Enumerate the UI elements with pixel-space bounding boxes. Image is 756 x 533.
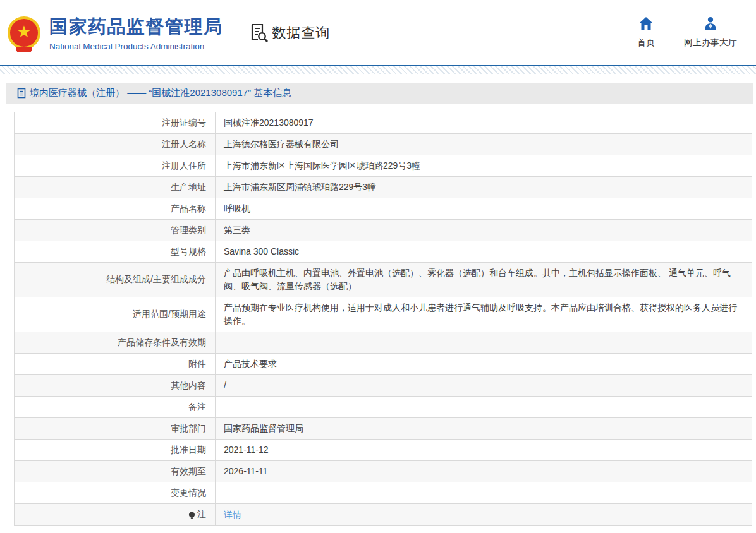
table-row: 注详情 [15, 504, 752, 525]
table-row: 附件产品技术要求 [15, 354, 752, 375]
table-row: 注册证编号国械注准20213080917 [15, 112, 752, 134]
row-label: 适用范围/预期用途 [15, 297, 216, 332]
row-value: 2021-11-12 [216, 440, 752, 460]
table-row: 型号规格Savina 300 Classic [15, 241, 752, 263]
row-label: 注册证编号 [15, 112, 216, 133]
star-icon: ★ [16, 23, 31, 40]
table-row: 产品名称呼吸机 [15, 198, 752, 220]
row-value: 呼吸机 [216, 198, 752, 219]
row-label: 注 [15, 504, 216, 525]
detail-link[interactable]: 详情 [224, 508, 241, 522]
table-row: 有效期至2026-11-11 [15, 461, 752, 482]
table-row: 产品储存条件及有效期 [15, 332, 752, 354]
table-row: 管理类别第三类 [15, 220, 752, 241]
row-value: 产品由呼吸机主机、内置电池、外置电池（选配）、雾化器（选配）和台车组成。其中，主… [216, 263, 752, 297]
table-row: 审批部门国家药品监督管理局 [15, 418, 752, 440]
row-label: 生产地址 [15, 177, 216, 198]
table-row: 批准日期2021-11-12 [15, 440, 752, 461]
table-row: 生产地址上海市浦东新区周浦镇琥珀路229号3幢 [15, 177, 752, 198]
nav-home[interactable]: 首页 [637, 16, 655, 49]
brand-title-en: National Medical Products Administration [49, 42, 223, 51]
row-label: 备注 [15, 397, 216, 417]
row-value [216, 332, 752, 353]
brand-title-cn: 国家药品监督管理局 [49, 15, 223, 40]
row-value: 2026-11-11 [216, 461, 752, 482]
registration-info-table: 注册证编号国械注准20213080917注册人名称上海德尔格医疗器械有限公司注册… [14, 112, 752, 526]
row-label: 审批部门 [15, 418, 216, 439]
row-value: 第三类 [216, 220, 752, 241]
row-value: 产品预期在专业医疗机构使用，适用于对成人和小儿患者进行通气辅助及呼吸支持。本产品… [216, 297, 752, 332]
row-label: 产品名称 [15, 198, 216, 219]
user-icon [704, 16, 717, 33]
row-label: 管理类别 [15, 220, 216, 241]
row-label: 注册人名称 [15, 134, 216, 155]
row-value: 国家药品监督管理局 [216, 418, 752, 439]
row-value: 上海市浦东新区上海国际医学园区琥珀路229号3幢 [216, 155, 752, 176]
nav-online-service-hall[interactable]: 网上办事大厅 [684, 16, 737, 49]
row-value: 上海德尔格医疗器械有限公司 [216, 134, 752, 155]
row-label: 有效期至 [15, 461, 216, 482]
row-value [216, 482, 752, 503]
row-value: 国械注准20213080917 [216, 112, 752, 133]
table-row: 备注 [15, 397, 752, 418]
page-title: 境内医疗器械（注册） —— “国械注准20213080917” 基本信息 [30, 87, 291, 99]
row-value [216, 397, 752, 417]
table-row: 变更情况 [15, 482, 752, 504]
row-value: 产品技术要求 [216, 354, 752, 374]
table-row: 注册人住所上海市浦东新区上海国际医学园区琥珀路229号3幢 [15, 155, 752, 177]
data-query-section[interactable]: 数据查询 [250, 23, 331, 43]
row-label: 产品储存条件及有效期 [15, 332, 216, 353]
nav-service-hall-label: 网上办事大厅 [684, 37, 737, 49]
table-row: 其他内容/ [15, 375, 752, 397]
document-search-icon [250, 23, 269, 43]
row-label: 批准日期 [15, 440, 216, 460]
row-value: 上海市浦东新区周浦镇琥珀路229号3幢 [216, 177, 752, 198]
national-emblem-icon: ★ [8, 16, 40, 49]
row-label: 注册人住所 [15, 155, 216, 176]
site-header: ★ 国家药品监督管理局 National Medical Products Ad… [0, 0, 756, 65]
row-label: 变更情况 [15, 482, 216, 503]
brand-logo[interactable]: ★ 国家药品监督管理局 National Medical Products Ad… [8, 15, 223, 51]
row-label: 其他内容 [15, 375, 216, 396]
row-value: / [216, 375, 752, 396]
page-title-bar: 境内医疗器械（注册） —— “国械注准20213080917” 基本信息 [6, 83, 753, 104]
document-icon [17, 88, 27, 99]
row-label: 结构及组成/主要组成成分 [15, 263, 216, 297]
header-nav: 首页 网上办事大厅 [637, 16, 737, 49]
section-label: 数据查询 [272, 23, 331, 42]
row-label: 附件 [15, 354, 216, 374]
table-row: 适用范围/预期用途产品预期在专业医疗机构使用，适用于对成人和小儿患者进行通气辅助… [15, 297, 752, 332]
brand-text: 国家药品监督管理局 National Medical Products Admi… [49, 15, 223, 51]
table-row: 注册人名称上海德尔格医疗器械有限公司 [15, 134, 752, 155]
home-icon [638, 16, 654, 33]
note-icon [188, 512, 195, 520]
row-value: 详情 [216, 504, 752, 525]
row-label: 型号规格 [15, 241, 216, 262]
header-divider-stripes [0, 66, 756, 74]
row-value: Savina 300 Classic [216, 241, 752, 262]
table-row: 结构及组成/主要组成成分产品由呼吸机主机、内置电池、外置电池（选配）、雾化器（选… [15, 263, 752, 297]
nav-home-label: 首页 [637, 37, 655, 49]
